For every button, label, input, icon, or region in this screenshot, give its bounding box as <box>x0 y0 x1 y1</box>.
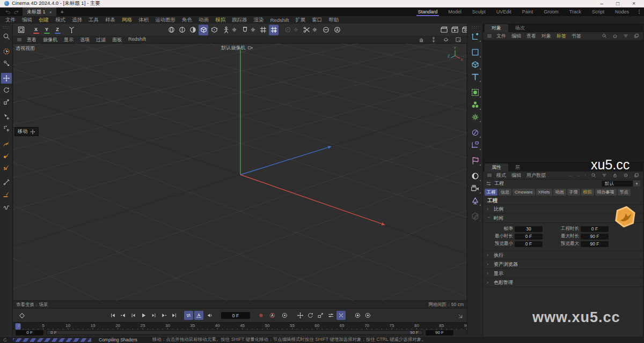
camera-label[interactable]: 默认摄像机 <box>221 44 253 51</box>
camera-object-button[interactable] <box>469 182 481 195</box>
workplane-grid-button[interactable] <box>258 25 268 35</box>
attribute-manager-tab-1[interactable]: 层 <box>508 163 527 172</box>
attribute-chip-3[interactable]: XRefs <box>536 189 552 196</box>
cloth-button[interactable] <box>469 154 481 167</box>
volume-button[interactable] <box>469 170 481 182</box>
layout-tab-standard[interactable]: Standard <box>413 8 443 16</box>
preview-range-slider[interactable]: 0 F 90 F <box>46 330 423 335</box>
spline-smooth-tool-button[interactable] <box>1 189 12 199</box>
section-header-2[interactable]: ›执行 <box>483 251 643 260</box>
workplane-button[interactable] <box>16 25 26 35</box>
object-filter-button[interactable] <box>623 33 628 39</box>
tweak-selection-button[interactable] <box>1 58 12 69</box>
field-帧率[interactable]: 30 <box>515 226 543 232</box>
field-最大时长[interactable]: 90 F <box>581 234 609 240</box>
go-to-previous-frame-button[interactable] <box>129 311 138 320</box>
motion-tracker-button[interactable] <box>469 139 481 151</box>
go-to-start-button[interactable] <box>108 311 118 320</box>
menu-item-3[interactable]: 模式 <box>52 17 69 24</box>
auto-mode-button[interactable] <box>332 25 342 35</box>
viewport-menu-4[interactable]: 过滤 <box>93 36 109 43</box>
rotate-tool-button[interactable] <box>1 85 12 95</box>
multi-move-button[interactable] <box>1 123 12 134</box>
layout-tab-script[interactable]: Script <box>587 8 610 16</box>
z-axis-lock-button[interactable]: Z <box>53 25 62 35</box>
om-menu-5[interactable]: 书签 <box>569 33 584 40</box>
coordinate-system-button[interactable] <box>67 25 76 35</box>
go-to-end-button[interactable] <box>170 311 179 320</box>
om-menu-3[interactable]: 对象 <box>539 33 554 40</box>
history-arrow-1[interactable]: → <box>576 173 582 178</box>
perspective-viewport[interactable]: 透视视图 默认摄像机 移动 YZX <box>13 43 467 301</box>
attribute-chip-1[interactable]: 信息 <box>499 189 511 196</box>
menu-item-4[interactable]: 选择 <box>69 17 85 24</box>
spline-primitives-button[interactable] <box>469 46 481 58</box>
menu-item-17[interactable]: 窗口 <box>309 17 325 24</box>
undo-icon[interactable] <box>3 9 12 15</box>
am-menu-0[interactable]: 模式 <box>494 172 509 179</box>
add-keyframe-button[interactable] <box>17 311 26 320</box>
hamburger-icon[interactable] <box>17 37 22 42</box>
tab-close-icon[interactable]: × <box>49 10 52 15</box>
measure-tool-button[interactable] <box>1 177 12 188</box>
y-axis-lock-button[interactable]: Y <box>42 25 52 35</box>
timeline-resize-handle[interactable] <box>455 311 464 320</box>
object-manager-tab-0[interactable]: 对象 <box>485 24 508 32</box>
menu-item-5[interactable]: 工具 <box>85 17 102 24</box>
attribute-chip-8[interactable]: 节点 <box>618 189 631 196</box>
attr-popout-button[interactable] <box>634 173 639 178</box>
menu-item-15[interactable]: Redshift <box>267 17 292 23</box>
attr-lock-button[interactable] <box>612 173 618 178</box>
menu-item-6[interactable]: 样条 <box>102 17 119 24</box>
record-keyframe-button[interactable] <box>257 311 266 320</box>
autokeying-button[interactable] <box>268 311 277 320</box>
go-to-next-key-button[interactable] <box>159 311 169 320</box>
layout-tab-track[interactable]: Track <box>564 8 587 16</box>
fields-button[interactable] <box>469 126 481 139</box>
play-range-button[interactable] <box>194 311 203 320</box>
snap-settings-button[interactable] <box>250 25 257 35</box>
current-frame-field[interactable]: 0 F <box>221 312 250 319</box>
layout-tab-model[interactable]: Model <box>443 8 467 16</box>
display-points-button[interactable] <box>209 25 219 35</box>
loop-mode-button[interactable] <box>184 311 193 320</box>
solo-single-button[interactable] <box>363 311 372 320</box>
menu-item-9[interactable]: 运动图形 <box>152 17 179 24</box>
minimize-button[interactable]: – <box>601 1 604 6</box>
find-zoom-button[interactable] <box>1 31 12 42</box>
attribute-chip-2[interactable]: Cineware <box>513 189 535 196</box>
viewport-menu-0[interactable]: 查看 <box>24 36 40 43</box>
viewport-menu-6[interactable]: Redshift <box>125 36 149 43</box>
x-axis-lock-button[interactable]: X <box>31 25 41 35</box>
viewport-rotate-button[interactable] <box>443 36 449 43</box>
layout-tab-uvedit[interactable]: UVEdit <box>491 8 517 16</box>
attribute-chip-0[interactable]: 工程 <box>485 189 497 196</box>
om-menu-0[interactable]: 文件 <box>494 33 509 40</box>
om-menu-4[interactable]: 标签 <box>554 33 569 40</box>
axis-gizmo[interactable]: YZX <box>446 46 464 64</box>
live-selection-button[interactable] <box>1 46 12 57</box>
object-home-button[interactable] <box>612 33 618 39</box>
attr-filter-button[interactable] <box>602 173 607 178</box>
key-pla-button[interactable] <box>336 311 346 320</box>
spline-arc-tool-button[interactable] <box>1 138 12 149</box>
layout-tab-groom[interactable]: Groom <box>538 8 564 16</box>
viewport-menu-5[interactable]: 面板 <box>109 36 125 43</box>
section-header-3[interactable]: ›资产浏览器 <box>483 260 643 269</box>
attribute-manager-tab-0[interactable]: 属性 <box>485 163 508 172</box>
selection-move-button[interactable] <box>1 111 12 122</box>
attribute-chip-6[interactable]: 模拟 <box>581 189 594 196</box>
layout-overflow-button[interactable] <box>634 9 644 14</box>
close-button[interactable]: × <box>632 1 635 6</box>
generators-button[interactable] <box>469 99 481 111</box>
viewport-zoom-button[interactable] <box>430 36 437 43</box>
attr-search-button[interactable] <box>591 173 596 178</box>
menu-item-18[interactable]: 帮助 <box>325 17 342 24</box>
menu-item-16[interactable]: 扩展 <box>292 17 309 24</box>
range-pill[interactable] <box>47 331 422 334</box>
palette-drag-handle[interactable] <box>471 26 479 29</box>
solo-off-button[interactable] <box>353 311 362 320</box>
field-最小时长[interactable]: 0 F <box>515 234 543 240</box>
character-tool-button[interactable] <box>221 25 231 35</box>
display-box-button[interactable] <box>199 25 208 35</box>
